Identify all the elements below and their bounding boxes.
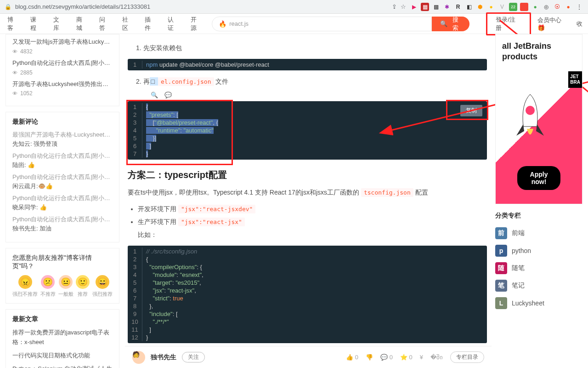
ext-icon[interactable]: [520, 3, 528, 11]
code-block-3: 1// ./src/tsconfig.json2{3 "compilerOpti…: [128, 246, 487, 343]
search-input[interactable]: [229, 20, 425, 27]
categories-heading: 分类专栏: [495, 212, 582, 220]
code-content[interactable]: },: [142, 302, 157, 310]
ext-icon[interactable]: R: [454, 3, 462, 11]
rating-emoji[interactable]: 😠强烈不推荐: [12, 275, 38, 298]
related-article-link[interactable]: 开源电子表格Luckysheet强势推出在线协作: [12, 80, 113, 89]
nav-link[interactable]: 商城: [74, 16, 90, 32]
step-text: 2. 再□ el.config.json 文件: [136, 75, 487, 88]
ext-icon[interactable]: ●: [487, 3, 495, 11]
code-content[interactable]: "target": "es2015",: [142, 279, 205, 287]
comment-item[interactable]: Python自动化运行合成大西瓜|附小游戏...陆崮: 👍: [12, 152, 113, 169]
code-block-1: 1 npm update @babel/core @babel/preset-r…: [128, 59, 487, 70]
annotation-box: [446, 100, 488, 120]
reward-button[interactable]: ¥: [420, 354, 423, 361]
latest-article-link[interactable]: 推荐一款免费开源的javascript电子表格：x-sheet: [12, 328, 113, 347]
get-link[interactable]: 收: [577, 20, 582, 28]
ext-icon[interactable]: ▶: [410, 3, 418, 11]
line-number: 4: [128, 271, 142, 279]
ext-icon[interactable]: ◎: [542, 3, 550, 11]
ad-card[interactable]: all JetBrains products JET BRA Apply now…: [495, 34, 582, 204]
latest-article-link[interactable]: 一行代码实现日期格式化功能: [12, 351, 113, 361]
comment-item[interactable]: Python自动化运行合成大西瓜|附小游戏...闲云疏月:🐵👍: [12, 173, 113, 190]
comment-count[interactable]: 💬 0: [380, 354, 393, 361]
star-icon[interactable]: ☆: [401, 3, 406, 10]
code-content[interactable]: "compilerOptions": {: [142, 263, 206, 271]
line-number: 9: [128, 310, 142, 318]
code-content[interactable]: "jsx": "react-jsx",: [142, 287, 200, 294]
rating-emoji[interactable]: 🙂推荐: [76, 275, 90, 298]
nav-link[interactable]: 认证: [166, 16, 181, 32]
annotation-box: [126, 100, 233, 165]
nav-link[interactable]: 课程: [28, 16, 44, 32]
nav-link[interactable]: 开源: [189, 16, 204, 32]
category-item[interactable]: 笔笔记: [495, 277, 582, 294]
rating-emoji[interactable]: 😄强烈推荐: [92, 275, 113, 298]
search-box[interactable]: 🔥: [212, 17, 432, 31]
search-icon: 🔍: [440, 20, 447, 27]
ext-icon[interactable]: ◧: [465, 3, 473, 11]
share-icon[interactable]: ⇪: [392, 3, 397, 10]
view-count: 👁 4832: [12, 48, 113, 55]
category-item[interactable]: 前前端: [495, 224, 582, 242]
rating-emoji[interactable]: 😕不推荐: [40, 275, 56, 298]
ext-icon[interactable]: ⬢: [476, 3, 484, 11]
category-item[interactable]: 随随笔: [495, 259, 582, 277]
rating-emoji[interactable]: 😐一般般: [58, 275, 74, 298]
category-item[interactable]: ppython: [495, 242, 582, 259]
fire-icon: 🔥: [219, 20, 226, 28]
code-content[interactable]: }: [142, 334, 152, 341]
ext-icon[interactable]: ✱: [443, 3, 451, 11]
nav-link[interactable]: 博客: [6, 16, 21, 32]
code-content[interactable]: // ./src/tsconfig.json: [142, 247, 201, 255]
comment-item[interactable]: 最强国产开源电子表格-Luckysheet，强...先知云: 强势登顶: [12, 131, 113, 148]
view-count: 👁 2885: [12, 69, 113, 76]
code-block-2: 复制 1{2 "presets": [3 ["@babel/preset-rea…: [128, 101, 487, 160]
member-link[interactable]: 会员中心 🎁: [537, 16, 570, 31]
code-content[interactable]: "include": [: [142, 310, 181, 318]
ext-icon[interactable]: V: [498, 3, 506, 11]
share-button[interactable]: �ში: [430, 354, 443, 361]
comment-item[interactable]: Python自动化运行合成大西瓜|附小游戏...晓呆同学: 👍: [12, 194, 113, 212]
category-item[interactable]: LLuckysheet: [495, 294, 582, 312]
nav-link[interactable]: 问答: [97, 16, 113, 32]
recommend-heading: 您愿意向朋友推荐"博客详情页"吗？: [12, 254, 113, 270]
code-content[interactable]: "module": "esnext",: [142, 271, 207, 279]
article-footer: 🧑 独书先生 关注 👍 0 👎 💬 0 ⭐ 0 ¥ �ში 专栏目录: [125, 346, 492, 368]
dislike-button[interactable]: 👎: [366, 354, 373, 361]
nav-link[interactable]: 文库: [51, 16, 67, 32]
browser-url-bar: 🔒 blog.csdn.net/zsevgymko/article/detail…: [0, 0, 588, 14]
code-content[interactable]: ]: [142, 326, 155, 334]
ext-icon[interactable]: ●: [564, 3, 572, 11]
nav-link[interactable]: 插件: [143, 16, 158, 32]
ext-icon[interactable]: ●: [531, 3, 539, 11]
star-count[interactable]: ⭐ 0: [400, 354, 413, 361]
svg-point-2: [526, 106, 535, 115]
search-button[interactable]: 🔍 搜索: [432, 17, 469, 31]
comment-icon[interactable]: 💬: [164, 92, 172, 98]
zoom-icon[interactable]: 🔍: [151, 92, 158, 98]
related-article-link[interactable]: 又发现一款纯js开源电子表格Luckysheet: [12, 37, 113, 47]
line-number: 1: [128, 247, 142, 255]
line-number: 2: [128, 255, 142, 263]
ext-icon[interactable]: 22: [509, 3, 517, 11]
ext-icon[interactable]: ▦: [421, 3, 429, 11]
ad-apply-button[interactable]: Apply now!: [517, 166, 560, 190]
code-content[interactable]: "./**/*": [142, 318, 173, 326]
related-article-link[interactable]: Python自动化运行合成大西瓜|附小游戏地址: [12, 58, 113, 68]
comment-item[interactable]: Python自动化运行合成大西瓜|附小游戏...独书先生: 加油: [12, 215, 113, 233]
author-name[interactable]: 独书先生: [151, 353, 176, 362]
code-content[interactable]: {: [142, 255, 152, 263]
ext-icon[interactable]: ▩: [432, 3, 440, 11]
toc-button[interactable]: 专栏目录: [450, 351, 484, 363]
ext-icon[interactable]: ⦿: [553, 3, 561, 11]
code-content[interactable]: "strict": true: [142, 294, 187, 302]
follow-button[interactable]: 关注: [182, 352, 205, 362]
author-avatar[interactable]: 🧑: [132, 351, 145, 364]
line-number: 12: [128, 334, 142, 341]
nav-link[interactable]: 社区: [120, 16, 136, 32]
ext-icon[interactable]: ⋮: [575, 3, 583, 11]
latest-article-link[interactable]: Python + Selenium 自动化测试《人生重开模拟器》: [12, 364, 113, 368]
login-link[interactable]: 登录/注册: [486, 12, 531, 35]
like-count[interactable]: 👍 0: [346, 354, 358, 361]
